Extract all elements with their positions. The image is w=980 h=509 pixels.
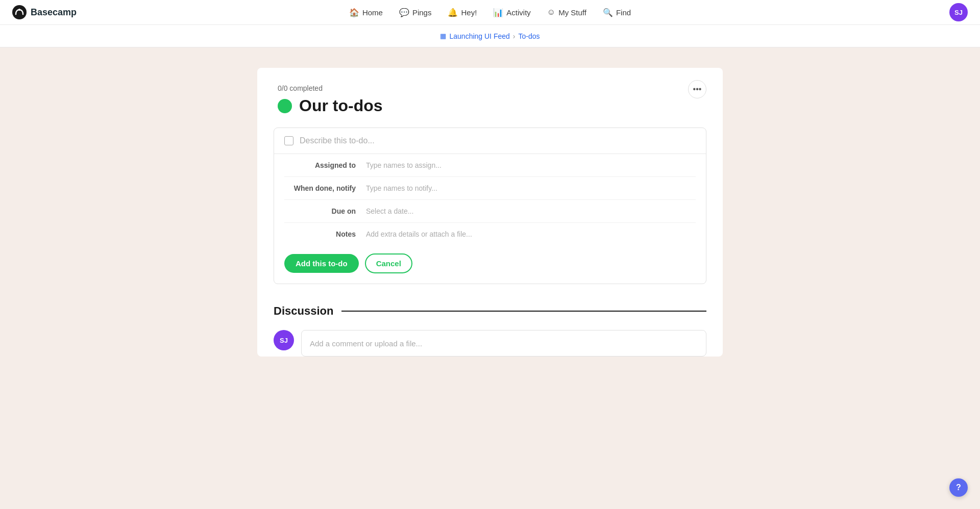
todo-list-title: Our to-dos bbox=[299, 96, 383, 115]
svg-point-1 bbox=[18, 9, 20, 11]
cancel-button[interactable]: Cancel bbox=[365, 253, 412, 273]
nav-my-stuff[interactable]: ☺ My Stuff bbox=[540, 5, 594, 20]
discussion-title: Discussion bbox=[274, 304, 333, 318]
hey-icon: 🔔 bbox=[448, 8, 458, 17]
nav-hey[interactable]: 🔔 Hey! bbox=[440, 5, 484, 20]
due-on-label: Due on bbox=[284, 207, 366, 215]
form-actions: Add this to-do Cancel bbox=[274, 245, 706, 284]
notify-row: When done, notify bbox=[284, 177, 696, 200]
assigned-to-label: Assigned to bbox=[284, 161, 366, 169]
breadcrumb-bar: ▦ Launching UI Feed › To-dos bbox=[0, 25, 980, 47]
app-name: Basecamp bbox=[31, 7, 77, 18]
add-todo-form: Assigned to When done, notify Due on Not… bbox=[274, 128, 706, 284]
completed-count: 0/0 completed bbox=[278, 84, 702, 92]
discussion-divider bbox=[341, 311, 706, 312]
nav-home[interactable]: 🏠 Home bbox=[342, 5, 390, 20]
comment-input[interactable] bbox=[301, 330, 706, 357]
todo-title-row: Our to-dos bbox=[278, 96, 702, 115]
assigned-to-input[interactable] bbox=[366, 161, 696, 169]
nav-pings[interactable]: 💬 Pings bbox=[392, 5, 439, 20]
pings-icon: 💬 bbox=[399, 8, 409, 17]
svg-point-0 bbox=[12, 5, 27, 19]
status-dot bbox=[278, 99, 292, 113]
find-icon: 🔍 bbox=[603, 8, 613, 17]
breadcrumb-project-link[interactable]: Launching UI Feed bbox=[449, 32, 509, 40]
assigned-to-row: Assigned to bbox=[284, 154, 696, 177]
page-container: 0/0 completed Our to-dos ••• Assigned to bbox=[257, 68, 723, 357]
discussion-section: Discussion SJ bbox=[274, 304, 706, 357]
top-navigation: Basecamp 🏠 Home 💬 Pings 🔔 Hey! 📊 Activit… bbox=[0, 0, 980, 25]
notes-label: Notes bbox=[284, 230, 366, 238]
ellipsis-icon: ••• bbox=[693, 85, 702, 94]
activity-icon: 📊 bbox=[493, 8, 503, 17]
nav-links: 🏠 Home 💬 Pings 🔔 Hey! 📊 Activity ☺ My St… bbox=[342, 5, 638, 20]
home-icon: 🏠 bbox=[349, 8, 359, 17]
help-button[interactable]: ? bbox=[949, 478, 968, 497]
user-avatar[interactable]: SJ bbox=[949, 3, 968, 21]
notify-input[interactable] bbox=[366, 184, 696, 192]
describe-input[interactable] bbox=[300, 136, 696, 145]
todo-checkbox[interactable] bbox=[284, 136, 293, 145]
discussion-input-row: SJ bbox=[274, 330, 706, 357]
todo-header: 0/0 completed Our to-dos ••• bbox=[257, 68, 723, 128]
add-todo-button[interactable]: Add this to-do bbox=[284, 254, 359, 273]
more-options-button[interactable]: ••• bbox=[688, 80, 706, 98]
app-logo[interactable]: Basecamp bbox=[12, 5, 77, 19]
due-on-row: Due on bbox=[284, 200, 696, 223]
notes-row: Notes bbox=[284, 223, 696, 245]
notify-label: When done, notify bbox=[284, 184, 366, 192]
breadcrumb-separator: › bbox=[513, 32, 516, 40]
basecamp-logo-icon bbox=[12, 5, 27, 19]
describe-row bbox=[274, 128, 706, 154]
breadcrumb-current-page[interactable]: To-dos bbox=[518, 32, 540, 40]
grid-icon: ▦ bbox=[440, 32, 446, 40]
due-on-input[interactable] bbox=[366, 207, 696, 215]
my-stuff-icon: ☺ bbox=[547, 8, 555, 17]
form-fields: Assigned to When done, notify Due on Not… bbox=[274, 154, 706, 245]
main-content: 0/0 completed Our to-dos ••• Assigned to bbox=[245, 47, 735, 403]
discussion-header: Discussion bbox=[274, 304, 706, 318]
notes-input[interactable] bbox=[366, 230, 696, 238]
nav-activity[interactable]: 📊 Activity bbox=[486, 5, 538, 20]
nav-find[interactable]: 🔍 Find bbox=[596, 5, 638, 20]
current-user-avatar: SJ bbox=[274, 330, 294, 350]
